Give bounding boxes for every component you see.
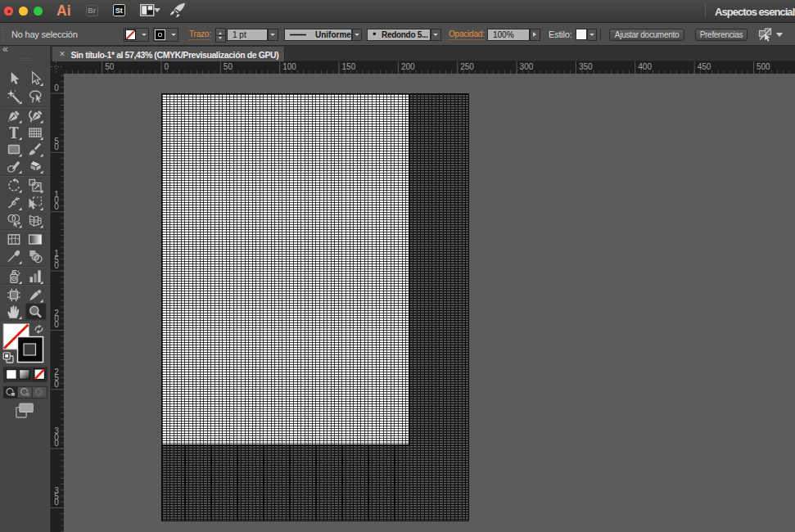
svg-text:50: 50 [224, 62, 233, 71]
svg-text:250: 250 [460, 62, 474, 71]
svg-text:0: 0 [54, 498, 59, 507]
svg-text:500: 500 [757, 62, 770, 71]
svg-text:150: 150 [342, 62, 356, 71]
svg-text:0: 0 [54, 202, 59, 211]
svg-text:200: 200 [401, 62, 415, 71]
svg-text:0: 0 [54, 83, 59, 92]
svg-text:0: 0 [165, 62, 169, 71]
svg-text:50: 50 [105, 62, 115, 71]
svg-text:100: 100 [282, 62, 296, 71]
svg-text:0: 0 [54, 380, 59, 389]
svg-text:300: 300 [520, 62, 534, 71]
svg-text:0: 0 [54, 320, 59, 329]
svg-text:400: 400 [638, 62, 652, 71]
svg-text:0: 0 [54, 261, 59, 270]
svg-text:0: 0 [54, 439, 59, 448]
svg-text:350: 350 [579, 62, 593, 71]
svg-text:450: 450 [698, 62, 711, 71]
svg-text:0: 0 [54, 142, 59, 151]
